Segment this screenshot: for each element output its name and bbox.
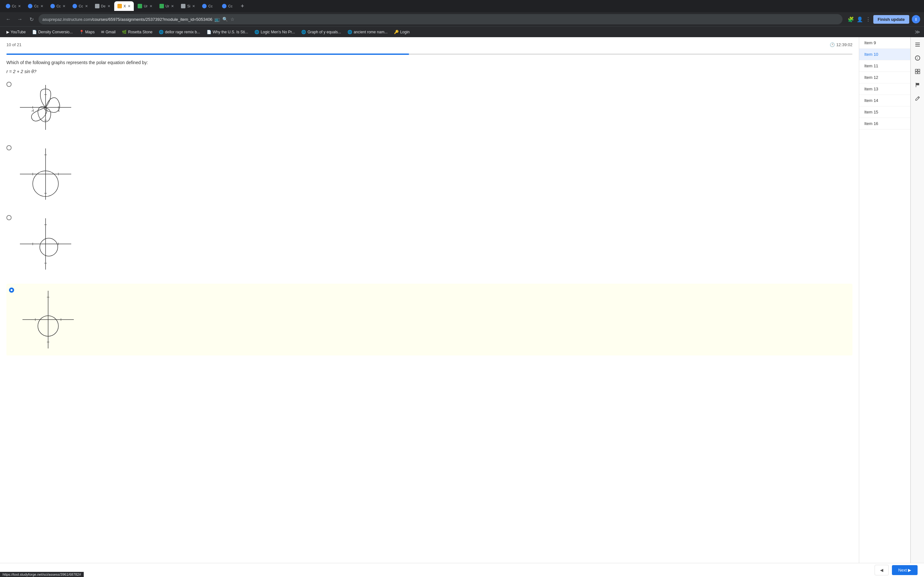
tab-close-9[interactable]: ✕	[192, 4, 195, 8]
bookmark-rosetta[interactable]: 🌿 Rosetta Stone	[120, 29, 155, 35]
tab-2[interactable]: Cc ✕	[25, 1, 46, 11]
bookmark-gmail[interactable]: ✉ Gmail	[99, 29, 118, 35]
new-tab-button[interactable]: +	[241, 3, 244, 10]
forward-button[interactable]: →	[15, 15, 24, 24]
answer-option-d[interactable]	[6, 284, 853, 356]
tab-close-2[interactable]: ✕	[40, 4, 43, 8]
address-bar[interactable]: asuprepaz.instructure.com/courses/65975/…	[39, 14, 843, 24]
tab-1[interactable]: Cc ✕	[3, 1, 24, 11]
tab-close-4[interactable]: ✕	[85, 4, 88, 8]
bookmark-login[interactable]: 🔑 Login	[391, 29, 412, 35]
dellor-icon: 🌐	[159, 30, 164, 34]
profile-avatar[interactable]: I	[912, 15, 920, 23]
graph-d	[18, 286, 78, 353]
question-text: Which of the following graphs represents…	[6, 60, 853, 65]
bookmark-why[interactable]: 📄 Why the U.S. Is Sti...	[204, 29, 251, 35]
answer-option-c[interactable]	[6, 214, 853, 274]
svg-rect-30	[915, 44, 920, 45]
sidebar-item-13[interactable]: Item 13	[859, 83, 910, 95]
bookmark-rome[interactable]: 🌐 ancient rome nam...	[345, 29, 390, 35]
radio-a[interactable]	[6, 82, 11, 87]
maps-icon: 📍	[79, 30, 84, 34]
bookmarks-more-button[interactable]: ≫	[915, 29, 920, 35]
tab-close-7[interactable]: ✕	[150, 4, 152, 8]
bookmark-graph-label: Graph of y equals...	[307, 30, 341, 34]
progress-bar	[6, 53, 853, 55]
address-bar-row: ← → ↻ asuprepaz.instructure.com/courses/…	[0, 12, 924, 26]
tab-close-5[interactable]: ✕	[107, 4, 110, 8]
bookmark-rome-label: ancient rome nam...	[354, 30, 388, 34]
search-icon[interactable]: 🔍	[222, 17, 228, 22]
clock-icon: 🕐	[830, 42, 835, 47]
profile-menu-icon[interactable]: 👤	[857, 16, 863, 23]
item-list: Item 9 Item 10 Item 11 Item 12 Item 13 I…	[859, 37, 911, 577]
sidebar-item-10[interactable]: Item 10	[859, 49, 910, 60]
equation-text: r = 2 + 2 sin θ?	[6, 69, 853, 74]
bookmark-graph[interactable]: 🌐 Graph of y equals...	[299, 29, 344, 35]
tab-6-active[interactable]: X ✕	[114, 1, 134, 11]
svg-rect-37	[918, 72, 920, 74]
bookmark-maps[interactable]: 📍 Maps	[77, 29, 97, 35]
logic-icon: 🌐	[254, 30, 259, 34]
bookmark-dellor[interactable]: 🌐 dellor rage remix b...	[156, 29, 202, 35]
bookmark-density[interactable]: 📄 Density Conversio...	[29, 29, 75, 35]
sidebar-item-16[interactable]: Item 16	[859, 118, 910, 129]
extension-icon[interactable]: 🧩	[848, 16, 854, 23]
bookmark-star-icon[interactable]: ☆	[230, 17, 234, 22]
svg-rect-36	[915, 72, 917, 74]
answer-option-b[interactable]	[6, 144, 853, 204]
radio-d[interactable]	[9, 287, 14, 293]
tab-10[interactable]: Cc	[199, 1, 218, 11]
sidebar-item-14[interactable]: Item 14	[859, 95, 910, 106]
tab-close-6[interactable]: ✕	[128, 4, 131, 8]
svg-rect-31	[915, 46, 920, 47]
grid-panel-icon[interactable]	[913, 67, 922, 76]
tab-11[interactable]: Cc	[219, 1, 238, 11]
reload-button[interactable]: ↻	[27, 15, 36, 24]
bookmark-logic-label: Logic Men's No Pr...	[260, 30, 295, 34]
sidebar-item-9[interactable]: Item 9	[859, 37, 910, 49]
prev-button[interactable]: ◀	[875, 565, 889, 575]
sidebar-item-15[interactable]: Item 15	[859, 106, 910, 118]
icons-panel: i	[911, 37, 924, 577]
finish-update-button[interactable]: Finish update	[873, 15, 909, 24]
bookmarks-bar: ▶ YouTube 📄 Density Conversio... 📍 Maps …	[0, 26, 924, 37]
bookmark-density-label: Density Conversio...	[38, 30, 73, 34]
next-button[interactable]: Next ▶	[892, 565, 918, 575]
rome-icon: 🌐	[347, 30, 352, 34]
graph-icon: 🌐	[301, 30, 306, 34]
radio-c[interactable]	[6, 215, 11, 220]
tab-8[interactable]: Ur ✕	[156, 1, 178, 11]
quiz-main: 10 of 21 🕐 12:39:02 Which of the followi…	[0, 37, 859, 577]
youtube-icon: ▶	[6, 30, 9, 34]
radio-b[interactable]	[6, 145, 11, 150]
tab-4[interactable]: Cc ✕	[69, 1, 91, 11]
list-panel-icon[interactable]	[913, 40, 922, 49]
info-panel-icon[interactable]: i	[913, 53, 922, 63]
answer-option-a[interactable]: -4 4	[6, 81, 853, 134]
bookmark-youtube[interactable]: ▶ YouTube	[4, 29, 28, 35]
sidebar-item-12[interactable]: Item 12	[859, 72, 910, 83]
screen-cast-icon[interactable]: 📺	[214, 17, 220, 22]
flag-panel-icon[interactable]	[913, 80, 922, 90]
page-content: 10 of 21 🕐 12:39:02 Which of the followi…	[0, 37, 924, 577]
tab-close-1[interactable]: ✕	[18, 4, 21, 8]
edit-panel-icon[interactable]	[913, 93, 922, 103]
tab-7[interactable]: Ur ✕	[134, 1, 156, 11]
tab-9[interactable]: Si ✕	[178, 1, 198, 11]
tab-close-8[interactable]: ✕	[171, 4, 174, 8]
sidebar-item-11[interactable]: Item 11	[859, 60, 910, 72]
bookmark-logic[interactable]: 🌐 Logic Men's No Pr...	[252, 29, 297, 35]
tab-3[interactable]: Cc ✕	[47, 1, 69, 11]
progress-bar-fill	[6, 53, 409, 55]
address-path: /courses/65975/assignments/2537392?modul…	[91, 17, 212, 22]
tab-close-3[interactable]: ✕	[63, 4, 65, 8]
more-options-icon[interactable]: ⋮	[866, 16, 871, 23]
graph-b	[15, 144, 76, 204]
back-button[interactable]: ←	[4, 15, 13, 24]
svg-rect-29	[915, 43, 920, 43]
bookmark-rosetta-label: Rosetta Stone	[128, 30, 152, 34]
svg-text:-4: -4	[31, 109, 34, 113]
toolbar-right: 🧩 👤 ⋮ Finish update I	[848, 15, 921, 24]
tab-5[interactable]: De ✕	[92, 1, 113, 11]
